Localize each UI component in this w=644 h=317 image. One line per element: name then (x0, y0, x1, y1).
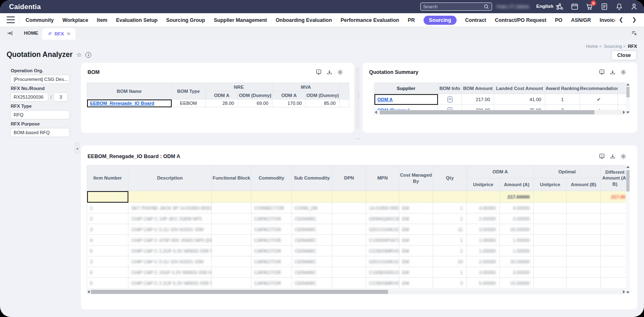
cost-managed-by-cell[interactable]: EM (399, 278, 433, 289)
odm-a-amount-cell[interactable]: 33.00000 (500, 224, 534, 235)
qty-cell[interactable]: 10 (433, 256, 467, 267)
functional-block-cell[interactable] (212, 235, 251, 246)
mpn-cell[interactable]: 0201X104K100 (366, 224, 399, 235)
bom-amount-cell[interactable]: 321.00 (462, 105, 494, 111)
description-cell[interactable]: CHIP CAP C 470P 50V J0402 NP0 (DELL) (128, 235, 212, 246)
tab-rfx[interactable]: RFX ✕ (42, 28, 76, 40)
commodity-cell[interactable]: CAPACITOR (251, 224, 292, 235)
optimal-amount-cell[interactable] (567, 278, 601, 289)
mpn-cell[interactable]: GRM4QA5C3F1 (366, 213, 399, 224)
dpn-cell[interactable] (332, 213, 366, 224)
global-search[interactable] (420, 2, 492, 11)
optimal-unitprice-cell[interactable] (534, 224, 567, 235)
commodity-cell[interactable]: CAPACITOR (251, 267, 292, 278)
sub-commodity-cell[interactable]: CERAMIC (292, 267, 332, 278)
sub-commodity-cell[interactable]: CONN_DB (292, 203, 332, 213)
table-row[interactable]: 2 CHIP CAP C 10P 3KV J1808 NP0 CAPACITOR… (87, 213, 626, 224)
bom-amount-cell[interactable]: 217.00 (462, 94, 494, 105)
commodity-cell[interactable]: CAPACITOR (251, 246, 292, 256)
notes-icon[interactable] (600, 2, 608, 11)
odm-a-unitprice-cell[interactable]: 3.00000 (467, 267, 500, 278)
download-icon[interactable] (609, 69, 616, 76)
panel-collapse-handle[interactable]: ◀ (75, 143, 79, 154)
functional-block-cell[interactable] (212, 246, 251, 256)
rfx-round-value[interactable]: 3 (54, 92, 68, 102)
nav-scroll-right-icon[interactable]: ❯ (632, 17, 637, 23)
nav-item-item[interactable]: Item (97, 17, 107, 23)
dpn-cell[interactable] (332, 267, 366, 278)
sub-commodity-cell[interactable]: CERAMIC (292, 256, 332, 267)
nav-item-asn-gr[interactable]: ASN/GR (571, 17, 591, 23)
cost-managed-by-cell[interactable]: EM (399, 246, 433, 256)
odm-a-amount-cell[interactable]: 2.00000 (500, 213, 534, 224)
cost-managed-by-cell[interactable]: EM (399, 256, 433, 267)
mva-odm-dummy-cell[interactable]: 85.00 (306, 99, 340, 107)
nre-odm-dummy-cell[interactable]: 69.00 (238, 99, 272, 107)
odm-a-amount-cell[interactable]: 1.00000 (500, 235, 534, 246)
nav-item-invoice-tax-bill[interactable]: Invoice/Tax Bill (599, 17, 615, 23)
item-number-cell[interactable]: 3 (87, 256, 128, 267)
bom-info-cell[interactable] (438, 105, 462, 111)
item-number-cell[interactable]: 2 (87, 213, 128, 224)
settings-gear-icon[interactable] (337, 69, 343, 76)
different-amount-cell[interactable] (601, 267, 626, 278)
optimal-amount-cell[interactable] (567, 224, 601, 235)
description-cell[interactable]: CHIP CAP C 0.1U 10V K0201 X5R (128, 224, 212, 235)
table-row[interactable]: 6 CHIP CAP C 10UF 6.3V M0603 X5R NON- CA… (87, 267, 626, 278)
close-icon[interactable]: ✕ (66, 31, 71, 37)
odm-a-amount-cell[interactable]: 15.00000 (500, 278, 534, 289)
search-icon[interactable] (483, 4, 489, 9)
functional-block-cell[interactable] (212, 256, 251, 267)
commodity-cell[interactable]: CONNECTOR (251, 203, 292, 213)
odm-a-unitprice-cell[interactable]: 1.00000 (467, 235, 500, 246)
description-cell[interactable]: CHIP CAP C 0.1U 10V K0201 X5R (128, 256, 212, 267)
odm-a-amount-cell[interactable]: 4.00000 (500, 203, 534, 213)
nav-item-workplace[interactable]: Workplace (62, 17, 88, 23)
item-number-cell[interactable]: 3 (87, 224, 128, 235)
download-icon[interactable] (609, 153, 616, 160)
bom-info-doc-icon[interactable] (447, 97, 452, 102)
optimal-unitprice-cell[interactable] (534, 256, 567, 267)
dpn-cell[interactable] (332, 278, 366, 289)
optimal-unitprice-cell[interactable] (534, 267, 567, 278)
dpn-cell[interactable] (332, 203, 366, 213)
sub-commodity-cell[interactable]: CERAMIC (292, 235, 332, 246)
mpn-cell[interactable]: CC0603MRX5R (366, 278, 399, 289)
nav-item-performance-evaluation[interactable]: Performance Evaluation (341, 17, 399, 23)
nav-item-evaluation-setup[interactable]: Evaluation Setup (116, 17, 158, 23)
nav-item-onboarding-evaluation[interactable]: Onboarding Evaluation (276, 17, 332, 23)
tab-home[interactable]: HOME (24, 27, 38, 40)
settings-gear-icon[interactable] (620, 69, 627, 76)
nre-odm-a-cell[interactable]: 28.00 (206, 99, 238, 107)
functional-block-cell[interactable] (212, 278, 251, 289)
qty-cell[interactable]: 11 (433, 224, 467, 235)
settings-gear-icon[interactable] (620, 153, 627, 160)
mpn-cell[interactable]: C1005NP0471J (366, 235, 399, 246)
supplier-cell[interactable]: ODM (Dummy) (374, 105, 438, 111)
nav-item-contract[interactable]: Contract (465, 17, 486, 23)
functional-block-cell[interactable] (212, 203, 251, 213)
cart-icon[interactable]: 5 (585, 2, 594, 11)
cost-managed-by-cell[interactable]: EM (399, 267, 433, 278)
pin-icon[interactable] (47, 31, 52, 36)
table-row[interactable]: 3 CHIP CAP C 0.1U 10V K0201 X5R CAPACITO… (87, 256, 626, 267)
total-item-cell[interactable] (87, 191, 128, 203)
cost-managed-by-cell[interactable]: EM (399, 224, 433, 235)
close-button[interactable]: Close (611, 50, 637, 60)
qty-cell[interactable]: 1 (433, 203, 467, 213)
nav-item-contract-po-request[interactable]: Contract/PO Request (495, 17, 547, 23)
optimal-amount-cell[interactable] (567, 256, 601, 267)
odm-a-unitprice-cell[interactable]: 1.00000 (467, 246, 500, 256)
odm-a-unitprice-cell[interactable]: 2.00000 (467, 213, 500, 224)
table-row[interactable]: 4 CHIP CAP C 470P 50V J0402 NP0 (DELL) C… (87, 235, 626, 246)
close-all-tabs-icon[interactable] (631, 30, 637, 36)
optimal-unitprice-cell[interactable] (534, 235, 567, 246)
rfx-no-value[interactable]: RX251200036 (10, 92, 48, 102)
supplier-cell[interactable]: ODM A (374, 94, 438, 105)
bom-type-cell[interactable]: EEBOM (172, 99, 206, 107)
table-row[interactable]: 5 CHIP CAP C 2.2UF 6.3V M0603 X5R NON- C… (87, 278, 626, 289)
mpn-cell[interactable]: 14-01850-9003 (366, 203, 399, 213)
qty-cell[interactable]: 1 (433, 213, 467, 224)
qs-horizontal-scrollbar[interactable] (374, 110, 626, 115)
calendar-icon[interactable] (571, 2, 579, 11)
